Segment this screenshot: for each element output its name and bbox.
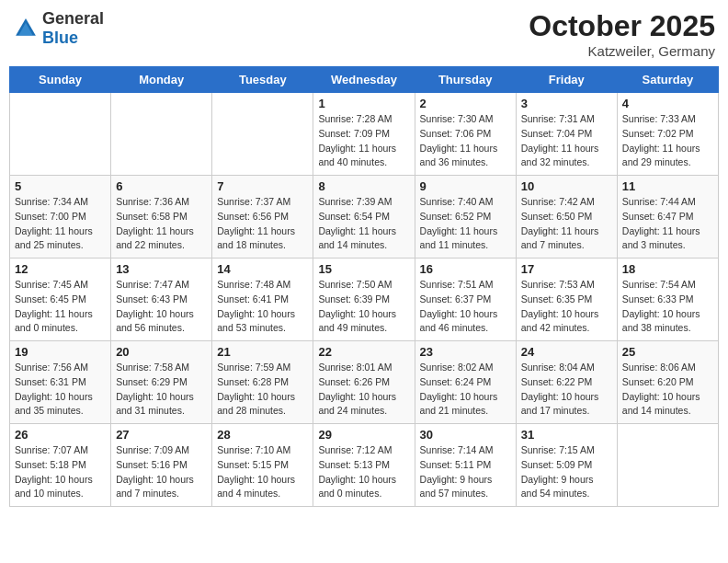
day-info: Sunrise: 7:37 AMSunset: 6:56 PMDaylight:… <box>217 195 308 253</box>
week-row-3: 12Sunrise: 7:45 AMSunset: 6:45 PMDayligh… <box>10 259 719 341</box>
header-day-tuesday: Tuesday <box>212 67 313 93</box>
day-number: 18 <box>622 262 713 276</box>
day-cell <box>10 93 111 176</box>
logo-icon <box>13 16 39 41</box>
day-cell: 9Sunrise: 7:40 AMSunset: 6:52 PMDaylight… <box>415 176 516 259</box>
day-cell: 27Sunrise: 7:09 AMSunset: 5:16 PMDayligh… <box>111 424 212 507</box>
day-info: Sunrise: 7:31 AMSunset: 7:04 PMDaylight:… <box>521 112 612 170</box>
day-number: 19 <box>15 345 106 359</box>
week-row-5: 26Sunrise: 7:07 AMSunset: 5:18 PMDayligh… <box>10 424 719 507</box>
day-number: 31 <box>521 428 612 442</box>
day-info: Sunrise: 7:54 AMSunset: 6:33 PMDaylight:… <box>622 278 713 336</box>
logo-blue-text: Blue <box>42 29 78 47</box>
header-day-saturday: Saturday <box>617 67 718 93</box>
day-info: Sunrise: 8:02 AMSunset: 6:24 PMDaylight:… <box>420 361 511 419</box>
location: Katzweiler, Germany <box>529 43 715 59</box>
day-number: 21 <box>217 345 308 359</box>
month-title: October 2025 <box>529 9 715 43</box>
day-info: Sunrise: 7:44 AMSunset: 6:47 PMDaylight:… <box>622 195 713 253</box>
day-number: 4 <box>622 97 713 110</box>
day-cell: 29Sunrise: 7:12 AMSunset: 5:13 PMDayligh… <box>313 424 415 507</box>
day-number: 14 <box>217 262 308 276</box>
page-header: General Blue October 2025 Katzweiler, Ge… <box>9 9 719 59</box>
day-number: 5 <box>15 179 106 193</box>
day-number: 22 <box>318 345 409 359</box>
day-cell <box>212 93 313 176</box>
day-number: 10 <box>521 179 612 193</box>
day-info: Sunrise: 7:42 AMSunset: 6:50 PMDaylight:… <box>521 195 612 253</box>
day-info: Sunrise: 7:56 AMSunset: 6:31 PMDaylight:… <box>15 361 106 419</box>
day-info: Sunrise: 7:58 AMSunset: 6:29 PMDaylight:… <box>116 361 207 419</box>
day-info: Sunrise: 7:14 AMSunset: 5:11 PMDaylight:… <box>420 443 511 501</box>
logo: General Blue <box>13 9 104 48</box>
calendar-header: SundayMondayTuesdayWednesdayThursdayFrid… <box>10 67 719 93</box>
day-number: 2 <box>420 97 511 110</box>
day-number: 3 <box>521 97 612 110</box>
day-cell: 8Sunrise: 7:39 AMSunset: 6:54 PMDaylight… <box>313 176 415 259</box>
day-info: Sunrise: 8:01 AMSunset: 6:26 PMDaylight:… <box>318 361 409 419</box>
day-info: Sunrise: 7:51 AMSunset: 6:37 PMDaylight:… <box>420 278 511 336</box>
day-cell: 19Sunrise: 7:56 AMSunset: 6:31 PMDayligh… <box>10 341 111 424</box>
day-info: Sunrise: 7:59 AMSunset: 6:28 PMDaylight:… <box>217 361 308 419</box>
day-cell: 1Sunrise: 7:28 AMSunset: 7:09 PMDaylight… <box>313 93 415 176</box>
day-number: 28 <box>217 428 308 442</box>
day-number: 17 <box>521 262 612 276</box>
day-cell: 17Sunrise: 7:53 AMSunset: 6:35 PMDayligh… <box>516 259 617 341</box>
day-cell: 6Sunrise: 7:36 AMSunset: 6:58 PMDaylight… <box>111 176 212 259</box>
day-number: 13 <box>116 262 207 276</box>
week-row-2: 5Sunrise: 7:34 AMSunset: 7:00 PMDaylight… <box>10 176 719 259</box>
day-number: 25 <box>622 345 713 359</box>
day-cell <box>617 424 718 507</box>
day-info: Sunrise: 7:30 AMSunset: 7:06 PMDaylight:… <box>420 112 511 170</box>
day-info: Sunrise: 7:45 AMSunset: 6:45 PMDaylight:… <box>15 278 106 336</box>
calendar-body: 1Sunrise: 7:28 AMSunset: 7:09 PMDaylight… <box>10 93 719 507</box>
header-row: SundayMondayTuesdayWednesdayThursdayFrid… <box>10 67 719 93</box>
day-cell: 15Sunrise: 7:50 AMSunset: 6:39 PMDayligh… <box>313 259 415 341</box>
day-cell: 22Sunrise: 8:01 AMSunset: 6:26 PMDayligh… <box>313 341 415 424</box>
day-cell: 30Sunrise: 7:14 AMSunset: 5:11 PMDayligh… <box>415 424 516 507</box>
week-row-4: 19Sunrise: 7:56 AMSunset: 6:31 PMDayligh… <box>10 341 719 424</box>
day-cell: 14Sunrise: 7:48 AMSunset: 6:41 PMDayligh… <box>212 259 313 341</box>
day-info: Sunrise: 7:10 AMSunset: 5:15 PMDaylight:… <box>217 443 308 501</box>
day-info: Sunrise: 7:07 AMSunset: 5:18 PMDaylight:… <box>15 443 106 501</box>
day-info: Sunrise: 7:33 AMSunset: 7:02 PMDaylight:… <box>622 112 713 170</box>
day-number: 12 <box>15 262 106 276</box>
day-info: Sunrise: 7:09 AMSunset: 5:16 PMDaylight:… <box>116 443 207 501</box>
header-day-friday: Friday <box>516 67 617 93</box>
day-info: Sunrise: 7:48 AMSunset: 6:41 PMDaylight:… <box>217 278 308 336</box>
day-number: 1 <box>318 97 409 110</box>
day-info: Sunrise: 7:40 AMSunset: 6:52 PMDaylight:… <box>420 195 511 253</box>
day-info: Sunrise: 7:28 AMSunset: 7:09 PMDaylight:… <box>318 112 409 170</box>
day-info: Sunrise: 7:39 AMSunset: 6:54 PMDaylight:… <box>318 195 409 253</box>
day-number: 8 <box>318 179 409 193</box>
day-number: 24 <box>521 345 612 359</box>
day-number: 6 <box>116 179 207 193</box>
title-block: October 2025 Katzweiler, Germany <box>529 9 715 59</box>
day-number: 30 <box>420 428 511 442</box>
day-number: 20 <box>116 345 207 359</box>
day-number: 7 <box>217 179 308 193</box>
day-cell: 3Sunrise: 7:31 AMSunset: 7:04 PMDaylight… <box>516 93 617 176</box>
day-cell: 11Sunrise: 7:44 AMSunset: 6:47 PMDayligh… <box>617 176 718 259</box>
day-number: 29 <box>318 428 409 442</box>
day-cell: 18Sunrise: 7:54 AMSunset: 6:33 PMDayligh… <box>617 259 718 341</box>
day-cell: 12Sunrise: 7:45 AMSunset: 6:45 PMDayligh… <box>10 259 111 341</box>
day-cell: 28Sunrise: 7:10 AMSunset: 5:15 PMDayligh… <box>212 424 313 507</box>
day-cell: 4Sunrise: 7:33 AMSunset: 7:02 PMDaylight… <box>617 93 718 176</box>
day-cell: 5Sunrise: 7:34 AMSunset: 7:00 PMDaylight… <box>10 176 111 259</box>
header-day-sunday: Sunday <box>10 67 111 93</box>
day-info: Sunrise: 7:34 AMSunset: 7:00 PMDaylight:… <box>15 195 106 253</box>
day-info: Sunrise: 7:50 AMSunset: 6:39 PMDaylight:… <box>318 278 409 336</box>
day-number: 11 <box>622 179 713 193</box>
day-cell <box>111 93 212 176</box>
day-cell: 25Sunrise: 8:06 AMSunset: 6:20 PMDayligh… <box>617 341 718 424</box>
day-cell: 2Sunrise: 7:30 AMSunset: 7:06 PMDaylight… <box>415 93 516 176</box>
header-day-wednesday: Wednesday <box>313 67 415 93</box>
day-number: 27 <box>116 428 207 442</box>
calendar-table: SundayMondayTuesdayWednesdayThursdayFrid… <box>9 66 719 507</box>
day-info: Sunrise: 7:12 AMSunset: 5:13 PMDaylight:… <box>318 443 409 501</box>
day-cell: 31Sunrise: 7:15 AMSunset: 5:09 PMDayligh… <box>516 424 617 507</box>
day-number: 26 <box>15 428 106 442</box>
day-cell: 7Sunrise: 7:37 AMSunset: 6:56 PMDaylight… <box>212 176 313 259</box>
day-cell: 24Sunrise: 8:04 AMSunset: 6:22 PMDayligh… <box>516 341 617 424</box>
